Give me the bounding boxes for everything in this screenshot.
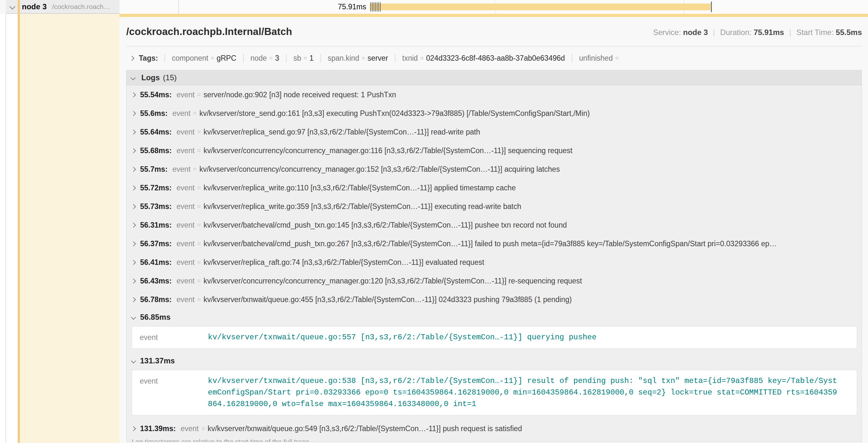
log-row[interactable]: 55.54ms: event = server/node.go:902 [n3]…: [127, 86, 862, 104]
column-divider[interactable]: [178, 0, 179, 14]
log-fields-table: event kv/kvserver/txnwait/queue.go:538 […: [132, 370, 857, 415]
log-timestamp: 56.37ms:: [140, 239, 172, 248]
log-field-value: kv/kvserver/txnwait/queue.go:557 [n3,s3,…: [208, 332, 596, 343]
tag-key: node: [251, 54, 267, 63]
tags-accordion-header[interactable]: Tags: component = gRPC node = 3 sb = 1 s…: [126, 50, 628, 66]
start-time-label: Start Time:: [796, 28, 834, 37]
log-equals: =: [195, 128, 204, 136]
tag-equals: =: [267, 55, 275, 62]
log-row[interactable]: 55.73ms: event = kv/kvserver/replica_wri…: [127, 197, 862, 216]
tag-equals: =: [613, 55, 621, 62]
log-row[interactable]: 56.78ms: event = kv/kvserver/txnwait/que…: [127, 290, 862, 309]
service-value: node 3: [683, 28, 708, 37]
log-key: event: [176, 146, 194, 155]
log-timestamp: 55.72ms:: [140, 183, 172, 192]
span-detail-pane: /cockroach.roachpb.Internal/Batch Servic…: [120, 14, 868, 443]
tag-item: txnid = 024d3323-6c8f-4863-aa8b-37ab0e63…: [395, 54, 572, 63]
span-bar[interactable]: [370, 3, 711, 10]
span-operation-name[interactable]: /cockroach.roach…: [52, 3, 110, 10]
start-time-value: 55.5ms: [836, 28, 862, 37]
log-timestamp: 55.7ms:: [140, 165, 168, 174]
log-timestamp: 56.31ms:: [140, 221, 172, 230]
logs-footer-note: Log timestamps are relative to the start…: [127, 438, 862, 442]
tag-value: server: [368, 54, 388, 63]
logs-accordion-header[interactable]: Logs (15): [127, 70, 862, 86]
log-message: kv/kvserver/replica_write.go:110 [n3,s3,…: [203, 183, 516, 192]
chevron-right-icon: [131, 111, 136, 116]
log-key: event: [176, 277, 194, 285]
chevron-right-icon: [131, 426, 136, 431]
log-row[interactable]: 55.64ms: event = kv/kvserver/replica_sen…: [127, 123, 862, 141]
chevron-right-icon: [131, 241, 136, 246]
log-row[interactable]: 56.43ms: event = kv/kvserver/concurrency…: [127, 272, 862, 290]
log-row[interactable]: 131.39ms: event = kv/kvserver/txnwait/qu…: [127, 419, 862, 438]
log-equals: =: [190, 166, 199, 173]
log-message: kv/kvserver/concurrency/concurrency_mana…: [199, 165, 560, 174]
log-marker-tick: [377, 2, 377, 11]
log-message: kv/kvserver/replica_write.go:359 [n3,s3,…: [203, 202, 521, 211]
log-marker-tick: [372, 2, 373, 11]
log-row[interactable]: 56.41ms: event = kv/kvserver/replica_raf…: [127, 253, 862, 272]
chevron-down-icon: [131, 315, 136, 320]
span-name-cell[interactable]: node 3 /cockroach.roach…: [6, 0, 120, 14]
log-row[interactable]: 55.72ms: event = kv/kvserver/replica_wri…: [127, 178, 862, 197]
log-key: event: [176, 295, 194, 304]
tag-item: node = 3: [243, 54, 286, 63]
span-duration-label: 75.91ms: [321, 0, 366, 14]
chevron-right-icon: [131, 297, 136, 302]
chevron-right-icon: [131, 223, 136, 228]
log-message: kv/kvserver/txnwait/queue.go:549 [n3,s3,…: [208, 424, 522, 433]
log-message: kv/kvserver/concurrency/concurrency_mana…: [203, 146, 572, 155]
log-equals: =: [199, 425, 208, 433]
log-row[interactable]: 56.37ms: event = kv/kvserver/batcheval/c…: [127, 234, 862, 253]
tag-value: 024d3323-6c8f-4863-aa8b-37ab0e63496d: [426, 54, 565, 63]
span-service-name[interactable]: node 3: [22, 2, 46, 11]
log-equals: =: [195, 203, 204, 210]
log-key: event: [173, 109, 190, 118]
log-marker-tick: [374, 2, 374, 11]
tag-key: span.kind: [328, 54, 359, 63]
log-key: event: [173, 165, 190, 174]
log-key: event: [176, 258, 194, 267]
chevron-right-icon: [129, 56, 134, 61]
log-row[interactable]: 55.68ms: event = kv/kvserver/concurrency…: [127, 141, 862, 160]
chevron-right-icon: [131, 167, 136, 172]
tags-label: Tags:: [139, 54, 158, 63]
duration-value: 75.91ms: [754, 28, 784, 37]
tag-key: sb: [293, 54, 301, 63]
log-row[interactable]: 55.6ms: event = kv/kvserver/store_send.g…: [127, 104, 862, 123]
span-overview: Service: node 3|Duration: 75.91ms|Start …: [653, 28, 862, 37]
chevron-down-icon: [131, 75, 136, 80]
chevron-right-icon: [131, 185, 136, 190]
tag-key: unfinished: [579, 54, 613, 63]
chevron-right-icon: [131, 148, 136, 153]
log-key: event: [176, 128, 194, 136]
log-row[interactable]: 56.31ms: event = kv/kvserver/batcheval/c…: [127, 216, 862, 234]
log-row[interactable]: 55.7ms: event = kv/kvserver/concurrency/…: [127, 160, 862, 178]
log-key: event: [176, 221, 194, 230]
span-detail-header: /cockroach.roachpb.Internal/Batch Servic…: [126, 26, 862, 46]
log-row-expanded-header[interactable]: 131.37ms: [127, 352, 862, 369]
chevron-down-icon[interactable]: [9, 3, 15, 9]
log-marker-tick: [375, 2, 376, 11]
log-timestamp: 56.78ms:: [140, 295, 172, 304]
log-key: event: [176, 91, 194, 99]
overview-separator: |: [784, 28, 796, 37]
log-equals: =: [195, 259, 204, 266]
log-marker-tick: [370, 2, 371, 11]
log-row-expanded-header[interactable]: 56.85ms: [127, 309, 862, 326]
log-message: kv/kvserver/batcheval/cmd_push_txn.go:26…: [203, 239, 776, 248]
log-field-key: event: [140, 332, 208, 342]
log-marker-tick: [380, 2, 381, 11]
log-key: event: [176, 183, 194, 192]
log-timestamp: 56.41ms:: [140, 258, 172, 267]
log-timestamp: 55.64ms:: [140, 128, 172, 136]
log-fields-table: event kv/kvserver/txnwait/queue.go:557 […: [132, 326, 857, 349]
log-equals: =: [195, 222, 204, 229]
log-key: event: [176, 239, 194, 248]
tag-item: sb = 1: [286, 54, 320, 63]
log-message: server/node.go:902 [n3] node received re…: [203, 91, 396, 99]
log-message: kv/kvserver/store_send.go:161 [n3,s3] ex…: [199, 109, 590, 118]
tag-value: 3: [275, 54, 279, 63]
log-message: kv/kvserver/txnwait/queue.go:455 [n3,s3,…: [203, 295, 572, 304]
